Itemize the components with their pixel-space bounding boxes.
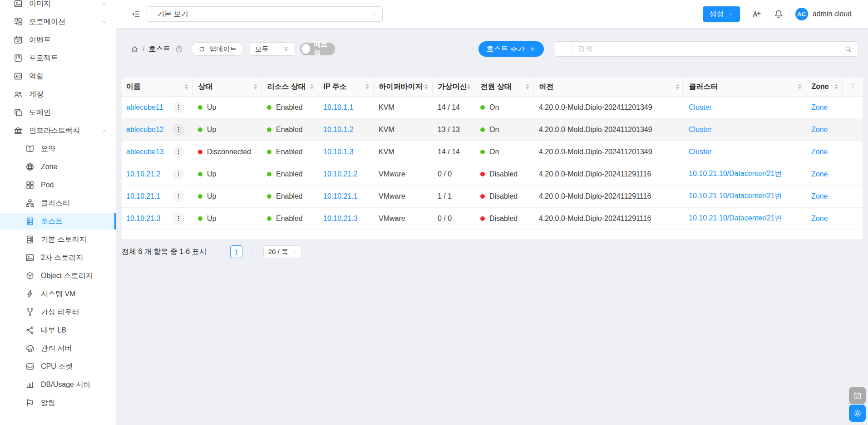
sidebar-item-object-storage[interactable]: Object 스토리지 (0, 268, 116, 284)
column-header-cluster[interactable]: 클러스터 (683, 78, 806, 96)
row-actions-kebab-icon[interactable] (173, 124, 184, 136)
column-header-vms[interactable]: 가상머신 (432, 78, 475, 96)
sidebar-item-internal-lb[interactable]: 내부 LB (0, 322, 116, 338)
project-icon (14, 54, 23, 63)
zone-link[interactable]: Zone (811, 215, 828, 222)
filter-funnel-icon[interactable] (555, 42, 572, 56)
cell-name: 10.10.21.1 (122, 185, 192, 207)
sidebar-item-primary-storage[interactable]: 기본 스토리지 (0, 231, 116, 248)
column-filter-button[interactable] (842, 78, 863, 96)
ip-address-link[interactable]: 10.10.21.2 (323, 170, 358, 178)
cell-version: 4.20.0.0-Mold.Diplo-202411201349 (533, 96, 683, 118)
cluster-link[interactable]: Cluster (689, 148, 712, 156)
team-icon (14, 90, 23, 99)
host-name-link[interactable]: ablecube11 (126, 103, 163, 112)
cell-version: 4.20.0.0-Mold.Diplo-202411291116 (533, 207, 683, 230)
prev-page-icon[interactable] (214, 245, 226, 258)
ip-address-link[interactable]: 10.10.21.3 (323, 215, 358, 222)
sidebar-item-infrastructure[interactable]: 인프라스트럭쳐 (0, 122, 116, 139)
sidebar-item-secondary-storage[interactable]: 2차 스토리지 (0, 249, 116, 266)
status-dot-green (198, 216, 202, 221)
cell-hypervisor: VMware (373, 185, 432, 207)
sidebar-item-hosts[interactable]: 호스트 (0, 213, 116, 230)
refresh-button[interactable]: 업데이트 (191, 42, 244, 56)
column-header-state[interactable]: 상태 (192, 78, 261, 96)
column-title: Zone (812, 83, 829, 90)
cluster-link[interactable]: Cluster (689, 103, 712, 111)
ip-address-link[interactable]: 10.10.1.1 (323, 103, 354, 111)
sidebar-item-domains[interactable]: 도메인 (0, 104, 116, 121)
sidebar-item-system-vms[interactable]: 시스템 VM (0, 286, 116, 302)
event-log-button[interactable] (849, 387, 866, 404)
sidebar-item-projects[interactable]: 프로젝트 (0, 50, 116, 66)
sidebar-item-summary[interactable]: 요약 (0, 141, 116, 157)
share-icon (25, 326, 35, 335)
ip-address-link[interactable]: 10.10.1.3 (323, 148, 354, 156)
pagination-summary: 전체 6 개 항목 중 1-6 표시 (122, 247, 207, 257)
translate-icon[interactable] (752, 9, 762, 19)
column-header-hypervisor[interactable]: 하이퍼바이저 (373, 78, 432, 96)
column-header-ip[interactable]: IP 주소 (318, 78, 373, 96)
user-menu[interactable]: AC admin cloud (795, 8, 852, 20)
current-page-button[interactable]: 1 (230, 245, 242, 258)
host-name-link[interactable]: ablecube12 (126, 126, 164, 134)
host-name-link[interactable]: 10.10.21.2 (126, 170, 161, 178)
ip-address-link[interactable]: 10.10.21.1 (323, 192, 358, 200)
host-name-link[interactable]: 10.10.21.3 (126, 215, 161, 223)
globe-icon (25, 162, 35, 171)
sidebar-item-automation[interactable]: 오토메이션 (0, 14, 116, 30)
sidebar-item-roles[interactable]: 역할 (0, 68, 116, 84)
sidebar-item-images[interactable]: 이미지 (0, 0, 116, 12)
cluster-link[interactable]: 10.10.21.10/Datacenter/21번 (689, 214, 782, 222)
sidebar-item-accounts[interactable]: 계정 (0, 86, 116, 103)
column-header-resource_state[interactable]: 리소스 상태 (261, 78, 318, 96)
cluster-link[interactable]: Cluster (689, 126, 712, 133)
sidebar-item-events[interactable]: 이벤트 (0, 32, 116, 48)
host-name-link[interactable]: 10.10.21.1 (126, 192, 161, 200)
next-page-icon[interactable] (247, 245, 259, 258)
cell-cluster: 10.10.21.10/Datacenter/21번 (683, 207, 806, 230)
sidebar-item-zone[interactable]: Zone (0, 159, 116, 175)
question-circle-icon[interactable] (175, 45, 183, 53)
settings-button[interactable] (849, 405, 866, 422)
search-icon[interactable] (838, 45, 858, 53)
zone-link[interactable]: Zone (811, 148, 828, 156)
table-header: 이름상태리소스 상태IP 주소하이퍼바이저가상머신전원 상태버전클러스터Zone (122, 78, 863, 96)
cluster-link[interactable]: 10.10.21.10/Datacenter/21번 (689, 170, 782, 177)
page-size-select[interactable]: 20 / 쪽 (263, 245, 302, 258)
zone-link[interactable]: Zone (811, 103, 828, 111)
host-name-link[interactable]: ablecube13 (126, 148, 164, 156)
cluster-link[interactable]: 10.10.21.10/Datacenter/21번 (689, 192, 782, 200)
bell-icon[interactable] (774, 9, 784, 19)
column-header-zone[interactable]: Zone (806, 78, 842, 96)
row-actions-kebab-icon[interactable] (173, 146, 184, 158)
column-header-version[interactable]: 버전 (533, 78, 683, 96)
menu-fold-icon[interactable] (131, 10, 140, 19)
column-header-name[interactable]: 이름 (122, 78, 192, 96)
zone-link[interactable]: Zone (811, 126, 828, 133)
row-actions-kebab-icon[interactable] (173, 102, 184, 113)
ip-address-link[interactable]: 10.10.1.2 (323, 126, 354, 133)
sidebar-item-alerts[interactable]: 알림 (0, 395, 116, 411)
create-button[interactable]: 생성 (703, 6, 740, 22)
table-row: 10.10.21.2UpEnabled10.10.21.2VMware0 / 0… (122, 163, 863, 185)
metric-toggle[interactable]: 메트릭 (300, 43, 335, 55)
sidebar-item-management-servers[interactable]: 관리 서버 (0, 340, 116, 357)
sidebar-item-pod[interactable]: Pod (0, 177, 116, 193)
sidebar-item-db-usage-server[interactable]: DB/Usage 서버 (0, 376, 116, 393)
sidebar-item-cpu-sockets[interactable]: CPU 소켓 (0, 358, 116, 375)
view-select[interactable]: 기본 보기 (147, 6, 383, 22)
zone-link[interactable]: Zone (811, 192, 828, 200)
sidebar-item-label: 기본 스토리지 (41, 235, 86, 244)
row-actions-kebab-icon[interactable] (173, 213, 184, 225)
row-actions-kebab-icon[interactable] (173, 191, 184, 202)
column-header-power[interactable]: 전원 상태 (475, 78, 533, 96)
scope-filter-select[interactable]: 모두 (250, 42, 294, 56)
home-icon[interactable] (131, 45, 138, 53)
zone-link[interactable]: Zone (811, 170, 828, 178)
sidebar-item-clusters[interactable]: 클러스터 (0, 195, 116, 211)
row-actions-kebab-icon[interactable] (173, 168, 184, 180)
add-host-button[interactable]: 호스트 추가 (478, 41, 544, 57)
sidebar-item-virtual-routers[interactable]: 가상 라우터 (0, 304, 116, 320)
search-input[interactable] (572, 45, 838, 53)
